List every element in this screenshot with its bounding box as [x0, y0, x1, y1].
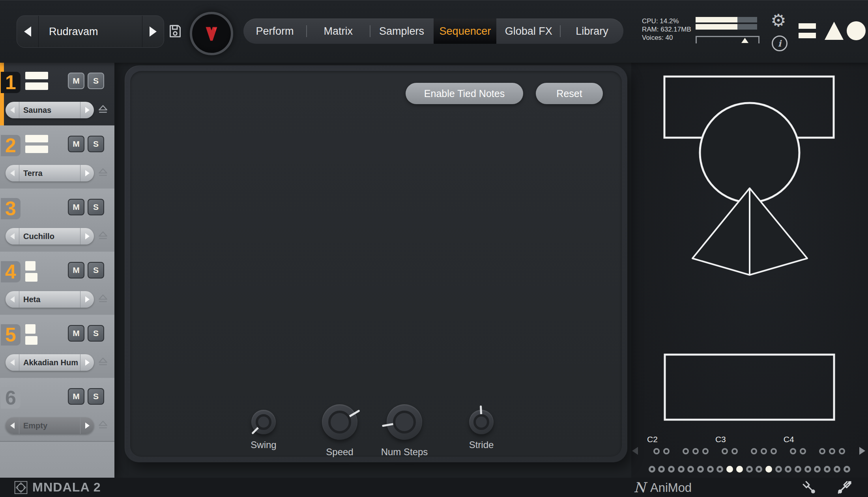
- white-key-10[interactable]: [736, 466, 743, 473]
- slot-number[interactable]: 2: [1, 135, 21, 156]
- white-key-16[interactable]: [795, 466, 801, 473]
- animod-display-panel: [631, 62, 868, 478]
- mntra-logo[interactable]: [190, 12, 233, 55]
- eject-sample-button[interactable]: [98, 104, 108, 116]
- prev-sample-button[interactable]: [6, 417, 19, 434]
- output-slider-thumb[interactable]: [741, 38, 748, 43]
- mute-button[interactable]: M: [68, 262, 84, 278]
- save-button[interactable]: [167, 23, 183, 39]
- slot-number[interactable]: 4: [1, 261, 21, 282]
- sample-name[interactable]: Cuchillo: [19, 228, 80, 245]
- preset-next-button[interactable]: [142, 16, 164, 47]
- mute-button[interactable]: M: [68, 73, 84, 89]
- prev-sample-button[interactable]: [6, 291, 19, 308]
- prev-arrow-icon: [24, 26, 31, 37]
- circle-shape-icon: [847, 21, 866, 40]
- knob-cap: [473, 414, 489, 430]
- eject-sample-button[interactable]: [98, 230, 108, 242]
- knob-label: Stride: [442, 439, 521, 450]
- left-arrow-icon: [10, 296, 15, 303]
- tab-samplers[interactable]: Samplers: [370, 19, 433, 44]
- solo-button[interactable]: S: [88, 136, 104, 152]
- solo-button[interactable]: S: [88, 262, 104, 278]
- slot-number[interactable]: 5: [1, 324, 21, 346]
- white-key-19[interactable]: [824, 466, 831, 473]
- right-arrow-icon: [85, 170, 90, 176]
- solo-button[interactable]: S: [88, 73, 104, 89]
- black-key[interactable]: [829, 448, 835, 454]
- preset-name[interactable]: Rudravam: [39, 16, 142, 47]
- white-key-4[interactable]: [678, 466, 685, 473]
- white-key-3[interactable]: [668, 466, 675, 473]
- white-key-21[interactable]: [844, 466, 850, 473]
- solo-button[interactable]: S: [88, 325, 104, 342]
- next-sample-button[interactable]: [80, 228, 94, 245]
- settings-button[interactable]: ⚙: [769, 11, 788, 30]
- next-sample-button[interactable]: [80, 417, 94, 434]
- right-arrow-icon: [85, 422, 90, 429]
- white-key-6[interactable]: [697, 466, 704, 473]
- white-key-7[interactable]: [707, 466, 714, 473]
- white-key-11[interactable]: [746, 466, 753, 473]
- next-sample-button[interactable]: [80, 291, 94, 308]
- white-key-14[interactable]: [775, 466, 782, 473]
- sample-name[interactable]: Akkadian Hum: [19, 354, 80, 371]
- eject-sample-button[interactable]: [98, 167, 108, 179]
- mute-button[interactable]: M: [68, 388, 84, 405]
- right-arrow-icon: [85, 233, 90, 239]
- next-sample-button[interactable]: [80, 354, 94, 371]
- white-key-17[interactable]: [804, 466, 811, 473]
- solo-button[interactable]: S: [88, 388, 104, 405]
- keyboard-scroll-left-arrow[interactable]: [632, 447, 638, 455]
- meter-right-fill: [696, 24, 737, 30]
- prev-sample-button[interactable]: [6, 228, 19, 245]
- next-sample-button[interactable]: [80, 165, 94, 181]
- tab-perform[interactable]: Perform: [243, 19, 306, 44]
- reset-button[interactable]: Reset: [536, 83, 603, 104]
- keyboard-scroll-right-arrow[interactable]: [859, 447, 865, 455]
- slot-number[interactable]: 3: [1, 198, 21, 219]
- prev-sample-button[interactable]: [6, 354, 19, 371]
- sample-name[interactable]: Terra: [19, 165, 80, 181]
- mute-button[interactable]: M: [68, 199, 84, 215]
- white-key-13[interactable]: [765, 466, 772, 473]
- preset-prev-button[interactable]: [17, 16, 39, 47]
- animod-shapes-display: [631, 62, 868, 478]
- black-key[interactable]: [771, 448, 777, 454]
- tab-sequencer[interactable]: Sequencer: [434, 19, 496, 44]
- output-slider[interactable]: [696, 36, 760, 43]
- prev-sample-button[interactable]: [6, 165, 19, 181]
- solo-button[interactable]: S: [88, 199, 104, 215]
- tuning-fork-off-button[interactable]: [836, 479, 852, 497]
- eject-sample-button[interactable]: [98, 293, 108, 305]
- layers-icon: [25, 146, 48, 153]
- bars-shape-icon: [799, 23, 816, 29]
- white-key-9[interactable]: [726, 466, 733, 473]
- white-key-20[interactable]: [834, 466, 840, 473]
- tab-library[interactable]: Library: [561, 19, 623, 44]
- slot-number[interactable]: 1: [1, 72, 21, 93]
- sample-name[interactable]: Saunas: [19, 102, 80, 118]
- black-key[interactable]: [839, 448, 845, 454]
- info-button[interactable]: i: [772, 36, 788, 51]
- mute-button[interactable]: M: [68, 325, 84, 342]
- meter-left-fill: [696, 17, 737, 22]
- enable-tied-notes-button[interactable]: Enable Tied Notes: [406, 83, 523, 104]
- mute-button[interactable]: M: [68, 136, 84, 152]
- sample-name[interactable]: Empty: [19, 417, 80, 434]
- eject-sample-button[interactable]: [98, 420, 108, 432]
- slot-number[interactable]: 6: [1, 387, 21, 409]
- next-sample-button[interactable]: [80, 102, 94, 118]
- tab-global-fx[interactable]: Global FX: [497, 19, 560, 44]
- black-key[interactable]: [731, 448, 738, 454]
- prev-sample-button[interactable]: [6, 102, 19, 118]
- eject-sample-button[interactable]: [98, 357, 108, 368]
- black-key[interactable]: [800, 448, 806, 454]
- black-key[interactable]: [663, 448, 670, 454]
- tuning-fork-button[interactable]: [801, 479, 817, 497]
- black-key[interactable]: [761, 448, 767, 454]
- tab-matrix[interactable]: Matrix: [307, 19, 370, 44]
- black-key[interactable]: [702, 448, 709, 454]
- sample-name[interactable]: Heta: [19, 291, 80, 308]
- white-key-1[interactable]: [649, 466, 655, 473]
